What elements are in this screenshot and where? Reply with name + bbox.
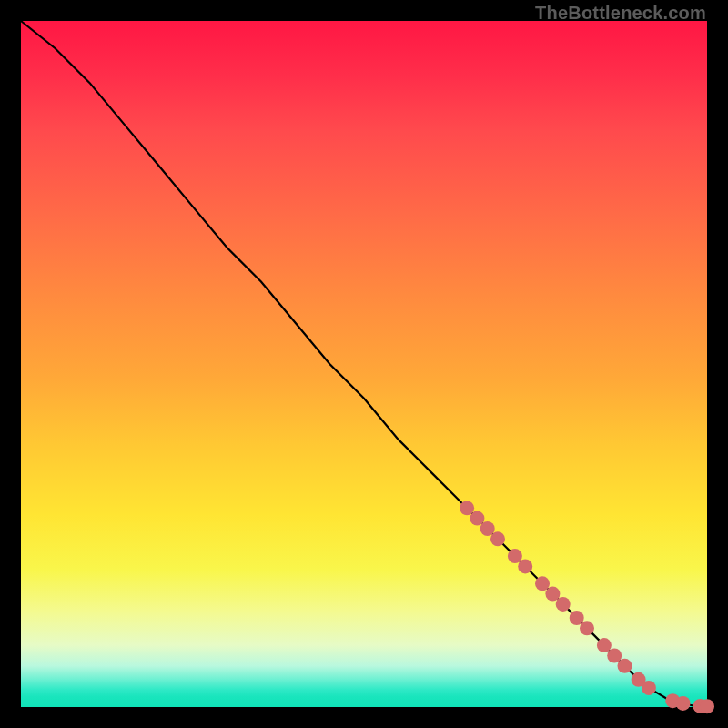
data-marker [518, 559, 532, 573]
bottleneck-curve-line [21, 21, 707, 706]
data-marker [642, 681, 656, 695]
data-marker [700, 699, 714, 713]
data-marker [470, 511, 484, 526]
data-marker [580, 621, 594, 635]
data-marker [490, 531, 505, 546]
watermark-text: TheBottleneck.com [535, 3, 706, 24]
chart-frame: TheBottleneck.com [0, 0, 728, 728]
data-marker [480, 521, 495, 536]
data-marker [570, 611, 584, 625]
data-marker [597, 638, 612, 652]
data-marker [508, 549, 522, 563]
chart-svg [21, 21, 707, 707]
data-marker [607, 649, 622, 663]
data-marker [545, 587, 560, 602]
data-marker [618, 659, 632, 673]
data-marker [676, 696, 691, 711]
data-marker [556, 597, 571, 612]
marker-group [460, 500, 714, 713]
data-marker [460, 500, 474, 515]
data-marker [535, 576, 550, 591]
plot-area [21, 21, 707, 707]
